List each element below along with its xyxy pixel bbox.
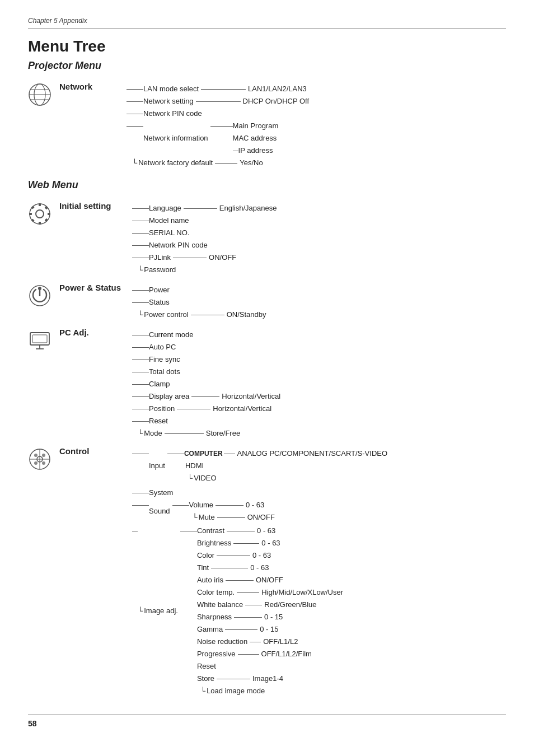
power-icon (28, 284, 55, 307)
control-entry: Control Input COMPUTER ANALOG PC/COMPONE… (28, 445, 506, 697)
svg-rect-12 (44, 206, 48, 209)
initial-setting-label: Initial setting (59, 200, 132, 211)
svg-point-23 (34, 454, 38, 457)
network-pin-code: Network PIN code (143, 108, 202, 119)
main-program: Main Program (233, 120, 279, 132)
gear-icon (28, 202, 55, 226)
network-information: Network information (143, 133, 208, 144)
pc-adj-tree: Current mode Auto PC Fine sync Total dot… (132, 329, 280, 440)
svg-point-24 (42, 454, 45, 457)
power-status-label: Power & Status (59, 282, 132, 292)
ip-address: IP address (238, 145, 273, 156)
svg-point-26 (42, 461, 45, 465)
svg-point-5 (36, 210, 44, 218)
page-title: Menu Tree (28, 38, 506, 55)
network-setting: Network setting (143, 96, 194, 107)
globe-icon (28, 83, 55, 106)
svg-point-25 (34, 461, 38, 465)
svg-rect-17 (30, 333, 49, 345)
monitor-icon (28, 329, 55, 352)
svg-rect-8 (39, 222, 41, 225)
web-section-title: Web Menu (28, 179, 506, 191)
chapter-header: Chapter 5 Appendix (28, 17, 506, 29)
page-number: 58 (28, 719, 37, 728)
web-section: Web Menu Initial setting Langu (28, 179, 506, 697)
pc-adj-entry: PC Adj. Current mode Auto PC Fine sync T… (28, 326, 506, 440)
svg-rect-10 (48, 213, 50, 215)
mac-address: MAC address (233, 133, 277, 144)
lan-mode-select: LAN mode select (143, 83, 199, 95)
network-label: Network (59, 81, 127, 91)
network-entry: Network LAN mode select LAN1/LAN2/LAN3 (28, 81, 506, 169)
power-status-tree: Power Status └ Power control ON/Standby (132, 284, 266, 321)
pc-adj-label: PC Adj. (59, 326, 132, 337)
network-factory-default: Network factory default (138, 157, 213, 169)
control-tree: Input COMPUTER ANALOG PC/COMPONENT/SCART… (132, 447, 387, 697)
initial-setting-tree: Language English/Japanese Model name SER… (132, 202, 277, 276)
control-icon (28, 447, 55, 471)
svg-rect-20 (32, 335, 47, 343)
page-number-bar: 58 (28, 714, 506, 728)
svg-rect-9 (29, 213, 32, 215)
svg-rect-14 (44, 218, 48, 222)
network-tree: LAN mode select LAN1/LAN2/LAN3 Network s… (127, 83, 309, 169)
initial-setting-entry: Initial setting Language English/Japanes… (28, 200, 506, 276)
power-status-entry: Power & Status Power Status └ Power cont… (28, 282, 506, 321)
svg-point-16 (38, 287, 41, 290)
control-label: Control (59, 445, 132, 456)
svg-rect-7 (39, 203, 41, 206)
projector-section-title: Projector Menu (28, 60, 506, 72)
